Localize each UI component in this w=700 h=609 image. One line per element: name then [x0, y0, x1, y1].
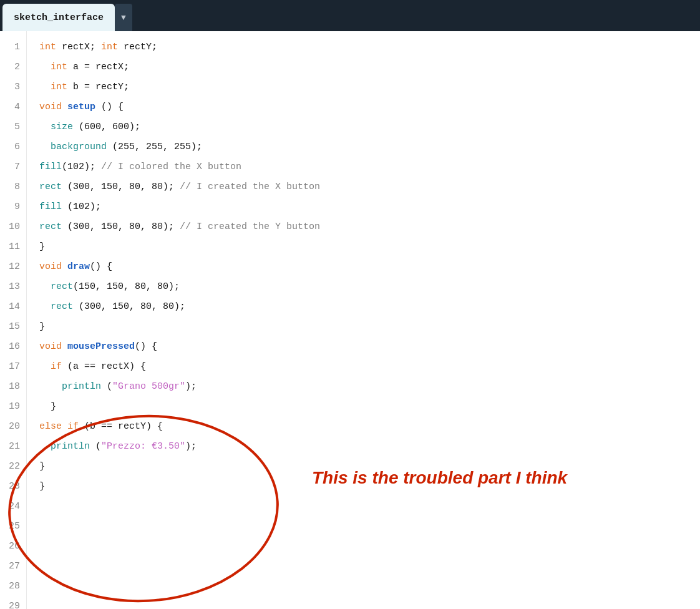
- code-editor: 1234567891011121314151617181920212223242…: [0, 31, 700, 609]
- line-number: 17: [9, 357, 20, 377]
- line-number: 4: [9, 97, 20, 117]
- code-line: }: [39, 237, 688, 257]
- annotation-text: This is the troubled part I think: [312, 468, 674, 488]
- line-number: 18: [9, 377, 20, 397]
- line-number: 1: [9, 37, 20, 57]
- line-number: 3: [9, 77, 20, 97]
- line-number: 25: [9, 517, 20, 537]
- line-number: 8: [9, 177, 20, 197]
- code-line: println ("Prezzo: €3.50");: [39, 437, 688, 457]
- code-line: }: [39, 397, 688, 417]
- code-line: }: [39, 317, 688, 337]
- line-number: 9: [9, 197, 20, 217]
- code-line: fill(102); // I colored the X button: [39, 157, 688, 177]
- line-number: 23: [9, 477, 20, 497]
- code-line: background (255, 255, 255);: [39, 137, 688, 157]
- code-line: void setup () {: [39, 97, 688, 117]
- code-line: int rectX; int rectY;: [39, 37, 688, 57]
- line-number: 6: [9, 137, 20, 157]
- code-line: void draw() {: [39, 257, 688, 277]
- arrow-icon: ▼: [121, 13, 126, 22]
- tab-dropdown-arrow[interactable]: ▼: [115, 4, 132, 31]
- line-number: 20: [9, 417, 20, 437]
- line-number: 27: [9, 557, 20, 577]
- line-number: 5: [9, 117, 20, 137]
- code-line: if (a == rectX) {: [39, 357, 688, 377]
- code-line: fill (102);: [39, 197, 688, 217]
- line-number: 16: [9, 337, 20, 357]
- line-number: 22: [9, 457, 20, 477]
- line-number: 2: [9, 57, 20, 77]
- line-number: 7: [9, 157, 20, 177]
- line-number: 28: [9, 577, 20, 597]
- line-number: 19: [9, 397, 20, 417]
- line-number: 12: [9, 257, 20, 277]
- code-line: void mousePressed() {: [39, 337, 688, 357]
- line-number: 26: [9, 537, 20, 557]
- line-number: 29: [9, 597, 20, 609]
- code-line: rect (300, 150, 80, 80); // I created th…: [39, 177, 688, 197]
- code-line: println ("Grano 500gr");: [39, 377, 688, 397]
- code-line: int b = rectY;: [39, 77, 688, 97]
- code-line: size (600, 600);: [39, 117, 688, 137]
- code-line: else if (b == rectY) {: [39, 417, 688, 437]
- code-line: rect (300, 150, 80, 80); // I created th…: [39, 217, 688, 237]
- line-number: 14: [9, 297, 20, 317]
- code-line: rect(150, 150, 80, 80);: [39, 277, 688, 297]
- line-numbers: 1234567891011121314151617181920212223242…: [0, 31, 27, 609]
- line-number: 10: [9, 217, 20, 237]
- tab-label: sketch_interface: [14, 12, 104, 23]
- line-number: 21: [9, 437, 20, 457]
- line-number: 11: [9, 237, 20, 257]
- line-number: 24: [9, 497, 20, 517]
- code-line: rect (300, 150, 80, 80);: [39, 297, 688, 317]
- line-number: 13: [9, 277, 20, 297]
- code-line: int a = rectX;: [39, 57, 688, 77]
- tab-bar: sketch_interface ▼: [0, 0, 700, 31]
- sketch-interface-tab[interactable]: sketch_interface: [2, 4, 115, 31]
- line-number: 15: [9, 317, 20, 337]
- code-content[interactable]: int rectX; int rectY; int a = rectX; int…: [27, 31, 700, 609]
